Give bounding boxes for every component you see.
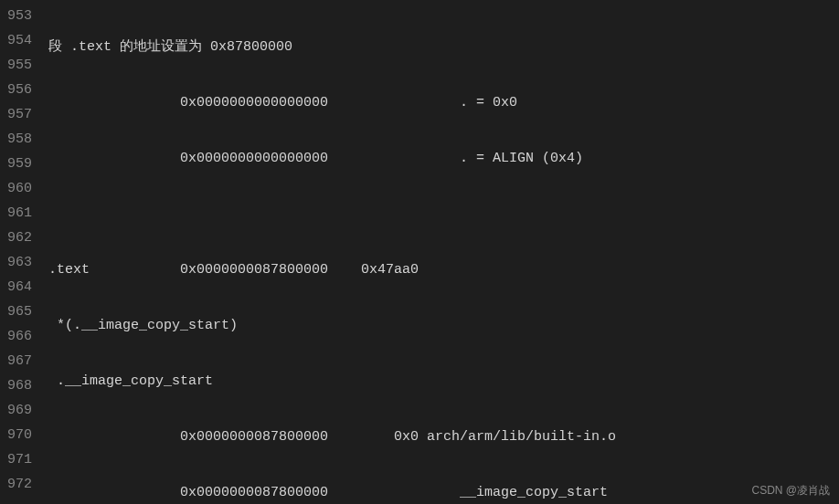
line-number: 955 xyxy=(7,53,32,78)
line-number: 953 xyxy=(7,4,32,28)
code-line[interactable]: .__image_copy_start xyxy=(48,369,839,394)
line-number: 956 xyxy=(7,78,32,102)
watermark: CSDN @凌肖战 xyxy=(751,483,830,499)
code-line[interactable]: 0x0000000087800000 0x0 arch/arm/lib/buil… xyxy=(48,425,839,449)
code-line[interactable]: 0x0000000087800000 __image_copy_start xyxy=(48,480,839,504)
code-line[interactable]: 0x0000000000000000 . = 0x0 xyxy=(48,90,839,115)
code-line[interactable]: 段 .text 的地址设置为 0x87800000 xyxy=(48,35,839,59)
code-line[interactable]: .text 0x0000000087800000 0x47aa0 xyxy=(48,257,839,282)
line-number: 957 xyxy=(7,102,32,127)
line-number: 961 xyxy=(7,201,32,226)
code-line[interactable] xyxy=(48,202,839,226)
line-number: 963 xyxy=(7,250,32,275)
line-number: 966 xyxy=(7,324,32,349)
line-number: 968 xyxy=(7,373,32,398)
line-number: 969 xyxy=(7,398,32,423)
code-editor[interactable]: 953 954 955 956 957 958 959 960 961 962 … xyxy=(0,0,839,504)
line-number: 962 xyxy=(7,226,32,250)
line-number: 971 xyxy=(7,447,32,472)
code-content[interactable]: 段 .text 的地址设置为 0x87800000 0x000000000000… xyxy=(41,0,839,504)
line-number: 959 xyxy=(7,152,32,176)
line-number-gutter: 953 954 955 956 957 958 959 960 961 962 … xyxy=(0,0,41,504)
line-number: 970 xyxy=(7,423,32,447)
line-number: 965 xyxy=(7,299,32,324)
code-line[interactable]: 0x0000000000000000 . = ALIGN (0x4) xyxy=(48,146,839,171)
line-number: 967 xyxy=(7,349,32,373)
line-number: 954 xyxy=(7,28,32,53)
line-number: 964 xyxy=(7,275,32,299)
line-number: 972 xyxy=(7,472,32,497)
line-number: 958 xyxy=(7,127,32,152)
code-line[interactable]: *(.__image_copy_start) xyxy=(48,313,839,338)
line-number: 960 xyxy=(7,176,32,201)
